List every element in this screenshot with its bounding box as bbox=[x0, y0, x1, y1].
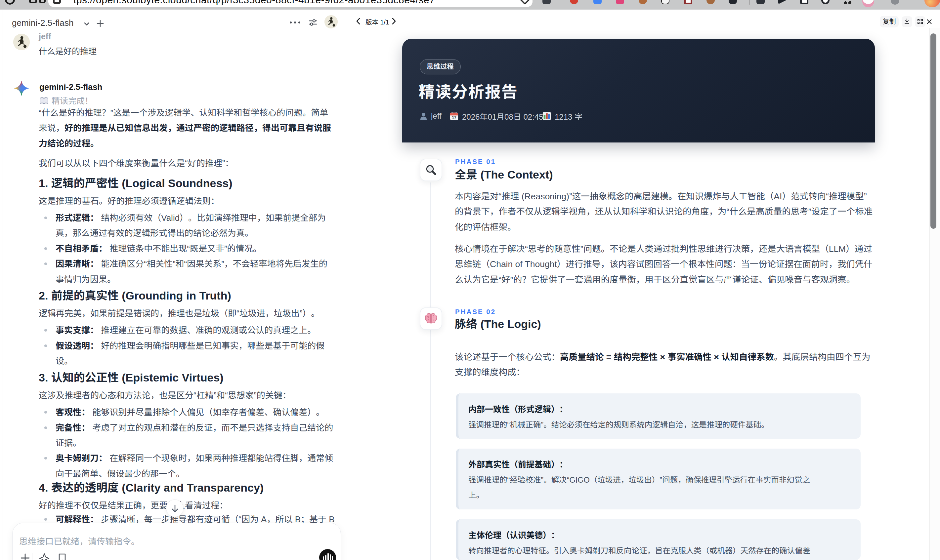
svg-text:17: 17 bbox=[452, 115, 456, 120]
